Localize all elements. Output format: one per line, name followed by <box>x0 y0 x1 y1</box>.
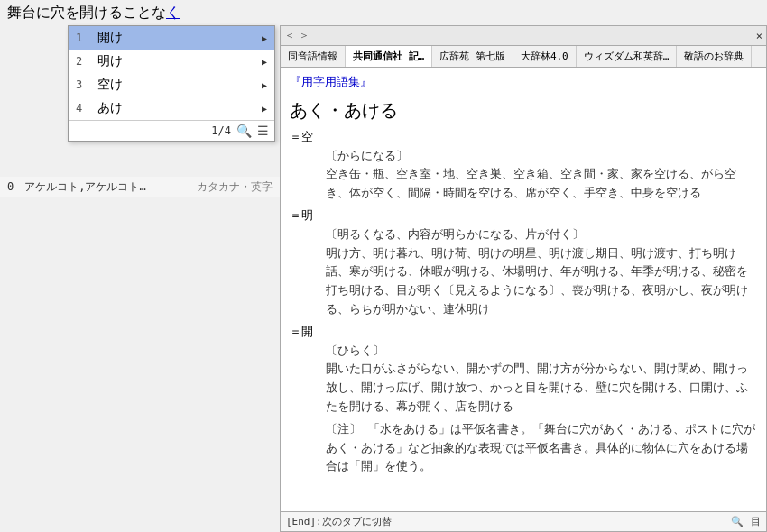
search-icon[interactable]: 🔍 <box>236 124 252 138</box>
item-num-4: 4 <box>76 102 90 115</box>
note-label: 〔注〕 <box>326 422 361 436</box>
dropdown-item-2[interactable]: 2 明け ▶ <box>69 50 274 73</box>
tab-wisdom[interactable]: ウィズダム和英辞… <box>577 46 678 67</box>
item-label-4: あけ <box>97 100 262 116</box>
section-content-mei: 明け方、明け暮れ、明け荷、明けの明星、明け渡し期日、明け渡す、打ち明け話、寒が明… <box>326 246 748 316</box>
tab-doyon[interactable]: 同音語情報 <box>281 46 346 67</box>
note-text: 「水をあける」は平仮名書き。「舞台に穴があく・あける、ポストに穴があく・あける」… <box>326 422 755 473</box>
dict-panel: ＜ ＞ × 同音語情報 共同通信社 記… 広辞苑 第七版 大辞林4.0 ウィズダ… <box>280 25 767 532</box>
section-header-kai: ＝開 <box>290 323 757 342</box>
dropdown-menu: 1 開け ▶ 2 明け ▶ 3 空け ▶ 4 あけ ▶ 1/4 🔍 ☰ <box>68 25 275 142</box>
section-note-mei: 〔明るくなる、内容が明らかになる、片が付く〕 明け方、明け暮れ、明け荷、明けの明… <box>326 225 757 319</box>
tab-keigo[interactable]: 敬語のお辞典 <box>677 46 752 67</box>
dropdown-footer: 1/4 🔍 ☰ <box>69 120 274 141</box>
section-header-mei: ＝明 <box>290 206 757 225</box>
section-content-sora: 空き缶・瓶、空き室・地、空き巣、空き箱、空き間・家、家を空ける、がら空き、体が空… <box>326 167 736 199</box>
sidebar-item: 0 アケルコト,アケルコト… カタカナ・英字 <box>0 177 280 197</box>
dict-tabs: 同音語情報 共同通信社 記… 広辞苑 第七版 大辞林4.0 ウィズダム和英辞… … <box>281 46 766 68</box>
sidebar-item-left: 0 アケルコト,アケルコト… <box>7 179 146 195</box>
note-content: 〔注〕 「水をあける」は平仮名書き。「舞台に穴があく・あける、ポストに穴があく・… <box>326 420 757 476</box>
status-menu-icon[interactable]: 目 <box>751 515 761 528</box>
arrow-icon-3: ▶ <box>262 80 267 90</box>
close-button[interactable]: × <box>756 30 762 42</box>
dict-nav: ＜ ＞ <box>284 28 310 43</box>
dict-content[interactable]: 『用字用語集』 あく・あける ＝空 〔からになる〕 空き缶・瓶、空き室・地、空き… <box>281 68 766 511</box>
item-label-2: 明け <box>97 53 262 69</box>
section-content-kai: 開いた口がふさがらない、開かずの門、開け方が分からない、開け閉め、開けっ放し、開… <box>326 362 748 413</box>
arrow-icon-2: ▶ <box>262 57 267 67</box>
top-text: 舞台に穴を開けることなく <box>7 4 180 23</box>
section-note-sora: 〔からになる〕 空き缶・瓶、空き室・地、空き巣、空き箱、空き間・家、家を空ける、… <box>326 147 757 203</box>
item-label-1: 開け <box>97 30 262 46</box>
menu-icon[interactable]: ☰ <box>257 124 269 138</box>
note-section: 〔注〕 「水をあける」は平仮名書き。「舞台に穴があく・あける、ポストに穴があく・… <box>290 420 757 476</box>
section-note-kai: 〔ひらく〕 開いた口がふさがらない、開かずの門、開け方が分からない、開け閉め、開… <box>326 342 757 417</box>
dropdown-item-3[interactable]: 3 空け ▶ <box>69 73 274 96</box>
forward-button[interactable]: ＞ <box>299 28 310 43</box>
tab-kojien[interactable]: 広辞苑 第七版 <box>432 46 513 67</box>
source-link[interactable]: 『用字用語集』 <box>290 73 757 92</box>
item-label-3: 空け <box>97 77 262 93</box>
section-header-sora: ＝空 <box>290 128 757 147</box>
top-text-blue: く <box>166 5 180 20</box>
status-icons: 🔍 目 <box>731 515 761 528</box>
dropdown-item-4[interactable]: 4 あけ ▶ <box>69 96 274 120</box>
dict-main-title: あく・あける <box>290 96 757 124</box>
back-button[interactable]: ＜ <box>284 28 295 43</box>
sidebar-item-right: カタカナ・英字 <box>197 179 273 195</box>
arrow-icon-4: ▶ <box>262 104 267 114</box>
section-sora: ＝空 〔からになる〕 空き缶・瓶、空き室・地、空き巣、空き箱、空き間・家、家を空… <box>290 128 757 203</box>
item-num-3: 3 <box>76 78 90 91</box>
status-search-icon[interactable]: 🔍 <box>731 516 744 527</box>
tab-daijirin[interactable]: 大辞林4.0 <box>513 46 577 67</box>
tab-kyodo[interactable]: 共同通信社 記… <box>346 46 432 68</box>
dict-titlebar: ＜ ＞ × <box>281 26 766 46</box>
status-text: [End]:次のタブに切替 <box>286 515 731 528</box>
top-text-main: 舞台に穴を開けることな <box>7 5 166 20</box>
section-kai: ＝開 〔ひらく〕 開いた口がふさがらない、開かずの門、開け方が分からない、開け閉… <box>290 323 757 417</box>
item-num-2: 2 <box>76 55 90 68</box>
page-indicator: 1/4 <box>211 124 231 137</box>
item-num-1: 1 <box>76 32 90 44</box>
section-mei: ＝明 〔明るくなる、内容が明らかになる、片が付く〕 明け方、明け暮れ、明け荷、明… <box>290 206 757 319</box>
dropdown-item-1[interactable]: 1 開け ▶ <box>69 26 274 50</box>
dict-statusbar: [End]:次のタブに切替 🔍 目 <box>281 511 766 531</box>
arrow-icon-1: ▶ <box>262 33 267 43</box>
